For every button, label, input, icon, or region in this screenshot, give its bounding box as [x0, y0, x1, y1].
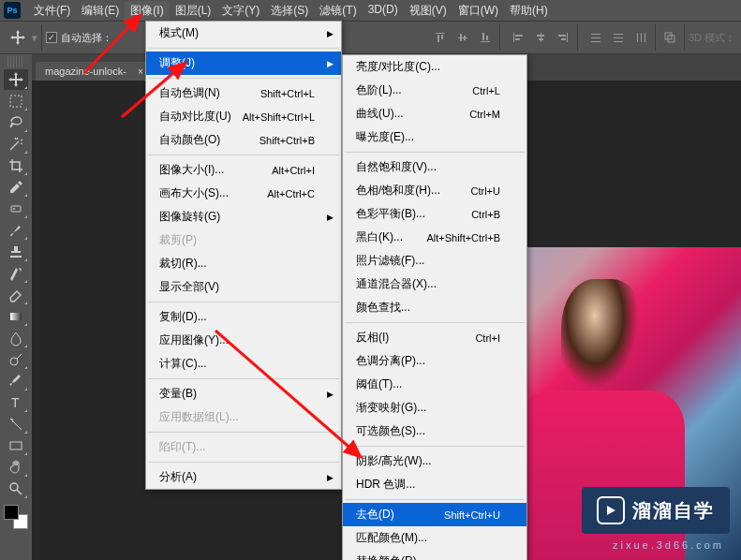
menubar: Ps 文件(F)编辑(E)图像(I)图层(L)文字(Y)选择(S)滤镜(T)3D…: [0, 0, 741, 21]
menu-item-1[interactable]: 编辑(E): [76, 1, 125, 21]
menu-item[interactable]: 自动对比度(U)Alt+Shift+Ctrl+L: [146, 105, 341, 128]
menu-item[interactable]: 亮度/对比度(C)...: [343, 55, 526, 79]
menu-item[interactable]: 色阶(L)...Ctrl+L: [343, 79, 526, 102]
zoom-tool[interactable]: [4, 479, 28, 499]
menu-item[interactable]: 计算(C)...: [146, 352, 341, 376]
menu-item-0[interactable]: 文件(F): [28, 1, 76, 21]
menu-item[interactable]: HDR 色调...: [343, 473, 526, 496]
stamp-tool[interactable]: [4, 242, 28, 262]
svg-rect-9: [513, 33, 514, 42]
svg-rect-12: [541, 33, 541, 42]
svg-rect-1: [437, 35, 439, 42]
menu-item-6[interactable]: 滤镜(T): [314, 1, 362, 21]
move-tool-icon[interactable]: [6, 25, 30, 50]
distribute-3-icon[interactable]: [630, 27, 651, 48]
hand-tool[interactable]: [4, 457, 28, 478]
path-tool[interactable]: [4, 414, 28, 435]
gradient-tool[interactable]: [4, 306, 28, 327]
menu-item[interactable]: 画布大小(S)...Alt+Ctrl+C: [146, 182, 341, 205]
svg-rect-3: [458, 37, 467, 38]
pen-tool[interactable]: [4, 371, 28, 391]
brand-url: zixue.3d66.com: [613, 539, 724, 551]
move-tool[interactable]: [4, 69, 28, 90]
menu-item[interactable]: 色彩平衡(B)...Ctrl+B: [343, 202, 526, 226]
brand-text: 溜溜自学: [632, 498, 715, 523]
menu-item-8[interactable]: 视图(V): [404, 1, 452, 21]
distribute-2-icon[interactable]: [608, 27, 629, 48]
dodge-tool[interactable]: [4, 349, 28, 370]
marquee-tool[interactable]: [4, 91, 28, 111]
menu-item[interactable]: 自动颜色(O)Shift+Ctrl+B: [146, 128, 341, 152]
menu-item[interactable]: 颜色查找...: [343, 296, 526, 319]
menu-item[interactable]: 裁切(R)...: [146, 252, 341, 275]
menu-item-10[interactable]: 帮助(H): [504, 1, 554, 21]
menu-item[interactable]: 照片滤镜(F)...: [343, 249, 526, 273]
menu-item[interactable]: 调整(J)▶: [146, 52, 341, 75]
menu-item[interactable]: 通道混合器(X)...: [343, 273, 526, 296]
menu-item-7[interactable]: 3D(D): [363, 1, 404, 21]
menu-item[interactable]: 可选颜色(S)...: [343, 420, 526, 443]
menu-item-5[interactable]: 选择(S): [265, 1, 314, 21]
eyedrop-tool[interactable]: [4, 177, 28, 198]
align-vcenter-icon[interactable]: [452, 27, 473, 48]
svg-rect-21: [614, 34, 623, 35]
menu-item[interactable]: 曲线(U)...Ctrl+M: [343, 102, 526, 125]
align-hcenter-icon[interactable]: [530, 27, 551, 48]
svg-rect-15: [567, 33, 568, 42]
svg-point-36: [10, 483, 18, 491]
menu-item[interactable]: 应用图像(Y)...: [146, 329, 341, 352]
menu-item[interactable]: 自然饱和度(V)...: [343, 155, 526, 179]
menu-item[interactable]: 图像大小(I)...Alt+Ctrl+I: [146, 158, 341, 182]
svg-rect-29: [10, 96, 22, 107]
svg-rect-22: [614, 37, 623, 38]
menu-item[interactable]: 色调分离(P)...: [343, 349, 526, 373]
menu-item[interactable]: 曝光度(E)...: [343, 125, 526, 149]
brush-tool[interactable]: [4, 220, 28, 241]
type-tool[interactable]: T: [4, 392, 28, 413]
menu-item[interactable]: 替换颜色(R)...: [343, 550, 526, 560]
crop-tool[interactable]: [4, 155, 28, 176]
menu-item[interactable]: 色相/饱和度(H)...Ctrl+U: [343, 179, 526, 202]
patch-tool[interactable]: [4, 199, 28, 219]
menu-item-2[interactable]: 图像(I): [125, 1, 169, 21]
menu-item[interactable]: 变量(B)▶: [146, 382, 341, 405]
menu-item-3[interactable]: 图层(L): [170, 1, 217, 21]
color-swatches[interactable]: [4, 505, 28, 529]
svg-rect-2: [441, 35, 443, 39]
rect-tool[interactable]: [4, 435, 28, 456]
menu-item[interactable]: 黑白(K)...Alt+Shift+Ctrl+B: [343, 226, 526, 249]
align-left-icon[interactable]: [508, 27, 528, 48]
toolbar-grip[interactable]: [7, 56, 24, 67]
distribute-1-icon[interactable]: [585, 27, 606, 48]
wand-tool[interactable]: [4, 134, 28, 155]
menu-item-4[interactable]: 文字(Y): [216, 1, 265, 21]
menu-item[interactable]: 阴影/高光(W)...: [343, 449, 526, 473]
menu-item[interactable]: 阈值(T)...: [343, 373, 526, 396]
menu-item[interactable]: 去色(D)Shift+Ctrl+U: [343, 503, 526, 526]
close-icon[interactable]: ×: [138, 66, 143, 77]
align-right-icon[interactable]: [553, 27, 573, 48]
menu-item[interactable]: 复制(D)...: [146, 305, 341, 329]
menu-item[interactable]: 分析(A)▶: [146, 465, 341, 489]
eraser-tool[interactable]: [4, 285, 28, 305]
document-tab[interactable]: magazine-unlock- ×: [36, 62, 149, 81]
menu-item: 陷印(T)...: [146, 435, 341, 459]
menu-item[interactable]: 渐变映射(G)...: [343, 396, 526, 420]
svg-rect-4: [460, 34, 462, 41]
auto-select-checkbox[interactable]: ✓: [46, 32, 57, 43]
blur-tool[interactable]: [4, 328, 28, 348]
overlap-icon[interactable]: [659, 27, 680, 48]
menu-item[interactable]: 匹配颜色(M)...: [343, 526, 526, 550]
menu-item[interactable]: 反相(I)Ctrl+I: [343, 326, 526, 349]
menu-item[interactable]: 自动色调(N)Shift+Ctrl+L: [146, 81, 341, 105]
lasso-tool[interactable]: [4, 112, 28, 133]
align-top-icon[interactable]: [430, 27, 451, 48]
menu-item[interactable]: 图像旋转(G)▶: [146, 205, 341, 228]
svg-rect-19: [591, 37, 600, 38]
play-icon: [597, 496, 625, 524]
menu-item[interactable]: 模式(M)▶: [146, 22, 341, 45]
align-bottom-icon[interactable]: [475, 27, 496, 48]
menu-item[interactable]: 显示全部(V): [146, 275, 341, 299]
menu-item-9[interactable]: 窗口(W): [452, 1, 504, 21]
history-tool[interactable]: [4, 263, 28, 284]
